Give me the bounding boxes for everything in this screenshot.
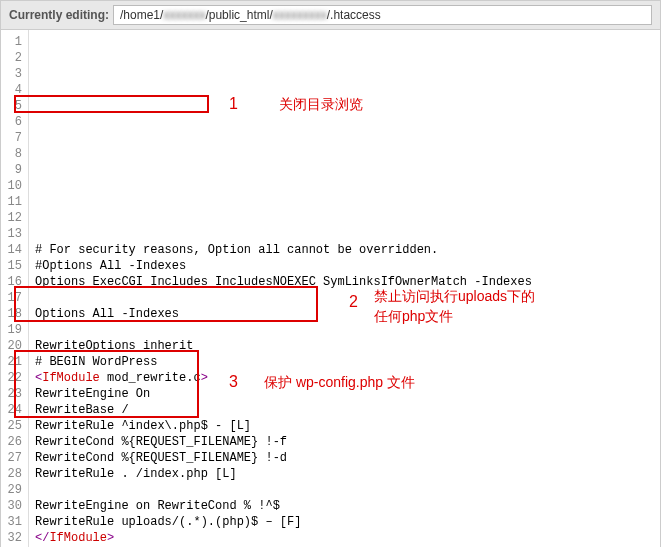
line-number: 25 [3,418,22,434]
line-number: 11 [3,194,22,210]
code-line[interactable]: #Options All -Indexes [35,258,654,274]
line-number: 17 [3,290,22,306]
file-path: /home1/xxxxxxx/public_html/xxxxxxxxx/.ht… [113,5,652,25]
code-line[interactable]: Options All -Indexes [35,306,654,322]
path-segment: /public_html/ [205,8,272,22]
code-line[interactable] [35,322,654,338]
code-area[interactable]: 1 关闭目录浏览 2 禁止访问执行uploads下的 任何php文件 3 保护 … [29,30,660,547]
code-line[interactable]: # BEGIN WordPress [35,354,654,370]
line-number: 24 [3,402,22,418]
line-number: 31 [3,514,22,530]
line-number: 16 [3,274,22,290]
code-line[interactable]: <IfModule mod_rewrite.c> [35,370,654,386]
code-line[interactable]: RewriteRule uploads/(.*).(php)$ – [F] [35,514,654,530]
line-number: 4 [3,82,22,98]
code-line[interactable]: RewriteEngine on RewriteCond % !^$ [35,498,654,514]
line-number: 12 [3,210,22,226]
code-line[interactable]: RewriteBase / [35,402,654,418]
code-line[interactable]: Options ExecCGI Includes IncludesNOEXEC … [35,274,654,290]
path-blurred: xxxxxxxxx [273,8,327,22]
path-segment: /home1/ [120,8,163,22]
code-line[interactable] [35,482,654,498]
code-line[interactable]: RewriteEngine On [35,386,654,402]
code-line[interactable]: # For security reasons, Option all canno… [35,242,654,258]
code-line[interactable]: RewriteCond %{REQUEST_FILENAME} !-d [35,450,654,466]
annotation-number-1: 1 [229,96,238,112]
line-number: 23 [3,386,22,402]
line-number: 5 [3,98,22,114]
code-line[interactable]: RewriteOptions inherit [35,338,654,354]
path-segment: /.htaccess [327,8,381,22]
editor-header: Currently editing: /home1/xxxxxxx/public… [0,0,661,30]
line-number: 10 [3,178,22,194]
line-number: 26 [3,434,22,450]
line-number: 6 [3,114,22,130]
line-number: 32 [3,530,22,546]
line-number: 13 [3,226,22,242]
line-number: 7 [3,130,22,146]
line-number: 3 [3,66,22,82]
code-line[interactable]: RewriteRule ^index\.php$ - [L] [35,418,654,434]
line-number: 18 [3,306,22,322]
line-number: 19 [3,322,22,338]
editing-label: Currently editing: [9,8,109,22]
code-editor[interactable]: 1234567891011121314151617181920212223242… [0,30,661,547]
code-line[interactable]: RewriteCond %{REQUEST_FILENAME} !-f [35,434,654,450]
line-number: 2 [3,50,22,66]
code-line[interactable]: </IfModule> [35,530,654,546]
line-number: 20 [3,338,22,354]
code-line[interactable] [35,290,654,306]
line-number: 1 [3,34,22,50]
line-number: 8 [3,146,22,162]
line-number: 29 [3,482,22,498]
code-line[interactable]: RewriteRule . /index.php [L] [35,466,654,482]
annotation-text-1: 关闭目录浏览 [279,96,363,112]
line-number: 21 [3,354,22,370]
line-gutter: 1234567891011121314151617181920212223242… [1,30,29,547]
line-number: 15 [3,258,22,274]
line-number: 9 [3,162,22,178]
line-number: 14 [3,242,22,258]
path-blurred: xxxxxxx [163,8,205,22]
line-number: 27 [3,450,22,466]
line-number: 28 [3,466,22,482]
line-number: 22 [3,370,22,386]
line-number: 30 [3,498,22,514]
annotation-box-1 [14,95,209,113]
